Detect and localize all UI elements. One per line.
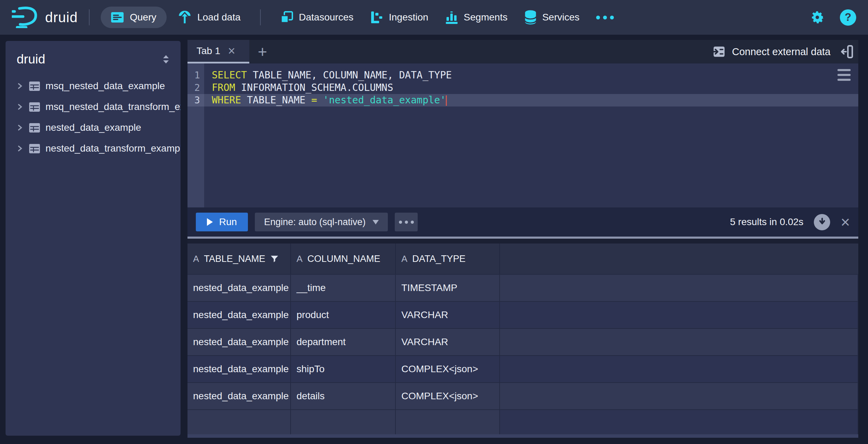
table-row: nested_data_example department VARCHAR bbox=[187, 328, 858, 355]
segments-icon bbox=[445, 11, 458, 24]
cell-spacer bbox=[500, 301, 858, 328]
table-row: nested_data_example shipTo COMPLEX<json> bbox=[187, 355, 858, 382]
sidebar-table-nested_data_example[interactable]: nested_data_example bbox=[6, 117, 181, 138]
cell[interactable]: TIMESTAMP bbox=[396, 274, 500, 301]
connect-external-data-label: Connect external data bbox=[732, 46, 831, 58]
nav-item-label: Services bbox=[542, 12, 579, 23]
schema-sidebar: druid msq_nested_data_example bbox=[6, 41, 181, 436]
table-name-label: nested_data_example bbox=[45, 122, 141, 133]
druid-logo-icon bbox=[12, 7, 39, 28]
tab-tab1[interactable]: Tab 1 × bbox=[187, 40, 249, 63]
column-header-data-type[interactable]: A DATA_TYPE bbox=[396, 244, 500, 274]
collapse-panel-icon[interactable] bbox=[841, 44, 853, 59]
code-line-3: WHERE TABLE_NAME = 'nested_data_example' bbox=[204, 94, 858, 106]
cell[interactable]: nested_data_example bbox=[187, 382, 291, 409]
editor-gutter: 1 2 3 bbox=[187, 63, 204, 207]
query-workbench: Tab 1 × + Connect external data bbox=[187, 40, 858, 438]
more-menu-icon[interactable] bbox=[596, 16, 614, 19]
line-number-active: 3 bbox=[187, 94, 204, 106]
table-icon bbox=[29, 144, 40, 153]
cell[interactable]: VARCHAR bbox=[396, 301, 500, 328]
nav-item-segments[interactable]: Segments bbox=[445, 11, 508, 24]
line-number: 1 bbox=[187, 69, 204, 82]
string-type-icon: A bbox=[193, 254, 199, 264]
help-icon[interactable]: ? bbox=[840, 9, 856, 26]
table-row: nested_data_example __time TIMESTAMP bbox=[187, 274, 858, 301]
nav-item-label: Ingestion bbox=[389, 12, 428, 23]
connect-external-data-button[interactable]: Connect external data bbox=[711, 45, 831, 58]
results-table: A TABLE_NAME A COLUMN_NAME A DATA_TYPE n… bbox=[187, 244, 858, 438]
editor-menu-icon[interactable] bbox=[837, 69, 851, 81]
cell[interactable]: department bbox=[291, 328, 396, 355]
column-header-table-name[interactable]: A TABLE_NAME bbox=[187, 244, 291, 274]
results-header-row: A TABLE_NAME A COLUMN_NAME A DATA_TYPE bbox=[187, 244, 858, 274]
brand-name: druid bbox=[45, 10, 78, 25]
table-icon bbox=[29, 123, 40, 133]
services-icon bbox=[524, 10, 537, 25]
nav-item-ingestion[interactable]: Ingestion bbox=[370, 11, 428, 24]
engine-select[interactable]: Engine: auto (sql-native) bbox=[255, 213, 388, 231]
sql-editor[interactable]: 1 2 3 SELECT TABLE_NAME, COLUMN_NAME, DA… bbox=[187, 63, 858, 207]
cell[interactable]: nested_data_example bbox=[187, 274, 291, 301]
horizontal-scrollbar[interactable] bbox=[187, 434, 858, 438]
sort-icon[interactable] bbox=[162, 54, 170, 65]
nav-item-label: Load data bbox=[197, 12, 241, 23]
nav-item-services[interactable]: Services bbox=[524, 10, 579, 25]
settings-gear-icon[interactable] bbox=[809, 9, 825, 25]
cell[interactable]: product bbox=[291, 301, 396, 328]
druid-logo[interactable]: druid bbox=[12, 7, 78, 28]
column-header-label: DATA_TYPE bbox=[412, 254, 466, 264]
tab-close-icon[interactable]: × bbox=[228, 45, 235, 57]
cell[interactable]: shipTo bbox=[291, 355, 396, 382]
cell[interactable]: __time bbox=[291, 274, 396, 301]
cell[interactable]: nested_data_example bbox=[187, 328, 291, 355]
nav-item-load-data[interactable]: Load data bbox=[178, 10, 241, 25]
table-icon bbox=[29, 102, 40, 112]
result-status: 5 results in 0.02s bbox=[730, 216, 803, 228]
table-row: nested_data_example product VARCHAR bbox=[187, 301, 858, 328]
upload-icon bbox=[178, 10, 192, 25]
chevron-right-icon[interactable] bbox=[16, 145, 24, 152]
close-results-icon[interactable]: × bbox=[841, 214, 850, 230]
schema-title: druid bbox=[17, 52, 45, 67]
nav-item-query[interactable]: Query bbox=[101, 7, 167, 28]
sidebar-table-msq_nested_data_example[interactable]: msq_nested_data_example bbox=[6, 76, 181, 96]
column-header-column-name[interactable]: A COLUMN_NAME bbox=[291, 244, 396, 274]
table-name-label: nested_data_transform_exampl bbox=[45, 143, 181, 154]
column-header-label: COLUMN_NAME bbox=[307, 254, 380, 264]
sidebar-table-msq_nested_data_transform[interactable]: msq_nested_data_transform_ex bbox=[6, 96, 181, 117]
cell-empty bbox=[396, 409, 500, 434]
code-line-1: SELECT TABLE_NAME, COLUMN_NAME, DATA_TYP… bbox=[204, 69, 858, 82]
chevron-right-icon[interactable] bbox=[16, 124, 24, 131]
column-header-label: TABLE_NAME bbox=[204, 254, 265, 264]
table-row-empty bbox=[187, 409, 858, 434]
cell[interactable]: nested_data_example bbox=[187, 301, 291, 328]
cell[interactable]: COMPLEX<json> bbox=[396, 355, 500, 382]
query-more-button[interactable] bbox=[395, 213, 418, 231]
sidebar-table-nested_data_transform[interactable]: nested_data_transform_exampl bbox=[6, 138, 181, 159]
cell[interactable]: COMPLEX<json> bbox=[396, 382, 500, 409]
table-icon bbox=[29, 82, 40, 91]
filter-icon[interactable] bbox=[270, 255, 279, 263]
datasources-icon bbox=[280, 11, 293, 24]
run-button[interactable]: Run bbox=[196, 213, 248, 231]
cell-spacer bbox=[500, 355, 858, 382]
cell[interactable]: nested_data_example bbox=[187, 355, 291, 382]
chevron-right-icon[interactable] bbox=[16, 82, 24, 90]
cell[interactable]: details bbox=[291, 382, 396, 409]
navbar-divider bbox=[260, 9, 261, 25]
cell-spacer bbox=[500, 382, 858, 409]
table-name-label: msq_nested_data_example bbox=[45, 80, 165, 92]
cell[interactable]: VARCHAR bbox=[396, 328, 500, 355]
download-icon[interactable] bbox=[814, 214, 830, 230]
engine-label: Engine: auto (sql-native) bbox=[264, 217, 366, 228]
nav-item-label: Query bbox=[130, 12, 156, 23]
chevron-right-icon[interactable] bbox=[16, 103, 24, 111]
nav-item-datasources[interactable]: Datasources bbox=[280, 11, 353, 24]
new-tab-button[interactable]: + bbox=[249, 40, 276, 63]
table-name-label: msq_nested_data_transform_ex bbox=[45, 101, 181, 112]
cell-empty bbox=[187, 409, 291, 434]
nav-item-label: Segments bbox=[464, 12, 508, 23]
editor-code-area[interactable]: SELECT TABLE_NAME, COLUMN_NAME, DATA_TYP… bbox=[204, 63, 858, 207]
string-type-icon: A bbox=[297, 254, 302, 264]
